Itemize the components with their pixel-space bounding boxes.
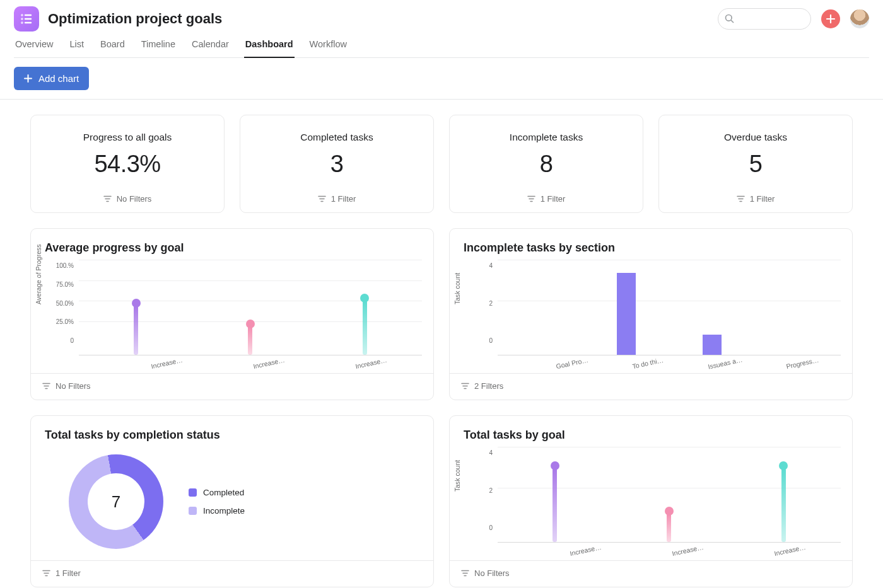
stat-value: 5 <box>749 151 763 178</box>
stat-title: Progress to all goals <box>83 132 172 143</box>
filter-icon <box>461 570 469 577</box>
stat-value: 54.3% <box>94 151 160 178</box>
stat-filter-label: 1 Filter <box>541 194 566 204</box>
svg-point-4 <box>22 23 23 23</box>
stat-filter-label: No Filters <box>117 194 152 204</box>
filter-icon <box>42 570 50 577</box>
chart-avg-progress[interactable]: Average progress by goal Average of Prog… <box>30 228 434 400</box>
add-chart-button[interactable]: Add chart <box>14 67 89 90</box>
stat-filter[interactable]: No Filters <box>103 187 152 212</box>
stat-card-overdue[interactable]: Overdue tasks 5 1 Filter <box>658 115 853 213</box>
legend-swatch <box>189 507 197 515</box>
tab-board[interactable]: Board <box>99 39 126 58</box>
stat-card-completed[interactable]: Completed tasks 3 1 Filter <box>240 115 434 213</box>
chart-filter[interactable]: 2 Filters <box>450 373 852 400</box>
chart-body: Task count420Increase…Increase…Increase… <box>450 447 852 560</box>
filter-icon <box>103 195 112 202</box>
chart-by-goal[interactable]: Total tasks by goal Task count420Increas… <box>449 415 853 587</box>
chart-incomplete-by-section[interactable]: Incomplete tasks by section Task count42… <box>449 228 853 400</box>
tab-workflow[interactable]: Workflow <box>308 39 348 58</box>
stat-card-progress[interactable]: Progress to all goals 54.3% No Filters <box>30 115 225 213</box>
filter-icon <box>42 383 50 389</box>
svg-line-7 <box>731 20 734 23</box>
chart-plot: Task count420Goal Pro…To do thi…Issueas … <box>461 260 841 367</box>
dashboard-content: Progress to all goals 54.3% No Filters C… <box>0 100 883 588</box>
chart-title: Total tasks by goal <box>450 416 852 447</box>
svg-point-0 <box>22 15 23 16</box>
global-add-button[interactable] <box>821 9 840 28</box>
search-icon <box>725 14 734 26</box>
project-icon[interactable] <box>14 6 39 32</box>
chart-filter-label: 1 Filter <box>56 568 81 578</box>
tab-timeline[interactable]: Timeline <box>140 39 177 58</box>
chart-title: Incomplete tasks by section <box>450 229 852 260</box>
list-icon <box>20 13 33 25</box>
tab-bar: Overview List Board Timeline Calendar Da… <box>14 39 869 58</box>
stat-filter-label: 1 Filter <box>750 194 775 204</box>
donut-chart: 7 <box>69 454 163 549</box>
toolbar: Add chart <box>0 58 883 100</box>
chart-title: Total tasks by completion status <box>31 416 433 447</box>
legend-swatch <box>189 488 197 497</box>
filter-icon <box>318 195 326 202</box>
search-box <box>718 8 811 30</box>
tab-dashboard[interactable]: Dashboard <box>244 39 295 58</box>
stat-cards-row: Progress to all goals 54.3% No Filters C… <box>30 115 853 213</box>
svg-point-2 <box>22 19 23 20</box>
legend-label: Incomplete <box>203 506 245 516</box>
user-avatar[interactable] <box>850 9 869 28</box>
chart-by-completion[interactable]: Total tasks by completion status 7 Compl… <box>30 415 434 587</box>
stat-title: Completed tasks <box>300 132 373 143</box>
plus-icon <box>826 14 835 23</box>
tab-overview[interactable]: Overview <box>14 39 54 58</box>
chart-filter-label: No Filters <box>56 381 91 391</box>
legend-item: Incomplete <box>189 506 245 516</box>
svg-point-6 <box>726 15 732 21</box>
chart-body: 7 Completed Incomplete <box>31 447 433 560</box>
stat-filter[interactable]: 1 Filter <box>318 187 356 212</box>
stat-filter-label: 1 Filter <box>331 194 356 204</box>
stat-filter[interactable]: 1 Filter <box>737 187 775 212</box>
filter-icon <box>527 195 535 202</box>
chart-plot: Average of Progress100.%75.0%50.0%25.0%0… <box>42 260 422 367</box>
stat-filter[interactable]: 1 Filter <box>527 187 566 212</box>
stat-card-incomplete[interactable]: Incomplete tasks 8 1 Filter <box>449 115 643 213</box>
project-title: Optimization project goals <box>48 11 222 27</box>
tab-calendar[interactable]: Calendar <box>190 39 230 58</box>
header: Optimization project goals Overview List… <box>0 0 883 58</box>
stat-title: Incomplete tasks <box>510 132 583 143</box>
chart-body: Average of Progress100.%75.0%50.0%25.0%0… <box>31 260 433 373</box>
donut-center-value: 7 <box>69 454 163 549</box>
stat-value: 8 <box>540 151 553 178</box>
stat-title: Overdue tasks <box>724 132 787 143</box>
chart-filter[interactable]: No Filters <box>31 373 433 400</box>
filter-icon <box>461 383 469 389</box>
legend-label: Completed <box>203 488 244 497</box>
plus-icon <box>24 74 32 83</box>
chart-filter-label: 2 Filters <box>474 381 503 391</box>
chart-plot: Task count420Increase…Increase…Increase… <box>461 447 841 554</box>
chart-filter[interactable]: 1 Filter <box>31 560 433 587</box>
chart-title: Average progress by goal <box>31 229 433 260</box>
legend-item: Completed <box>189 488 245 497</box>
tab-list[interactable]: List <box>68 39 85 58</box>
filter-icon <box>737 195 745 202</box>
add-chart-label: Add chart <box>38 73 79 84</box>
stat-value: 3 <box>330 151 344 178</box>
chart-legend: Completed Incomplete <box>189 488 245 516</box>
chart-filter-label: No Filters <box>474 568 510 578</box>
chart-filter[interactable]: No Filters <box>450 560 852 587</box>
chart-body: Task count420Goal Pro…To do thi…Issueas … <box>450 260 852 373</box>
